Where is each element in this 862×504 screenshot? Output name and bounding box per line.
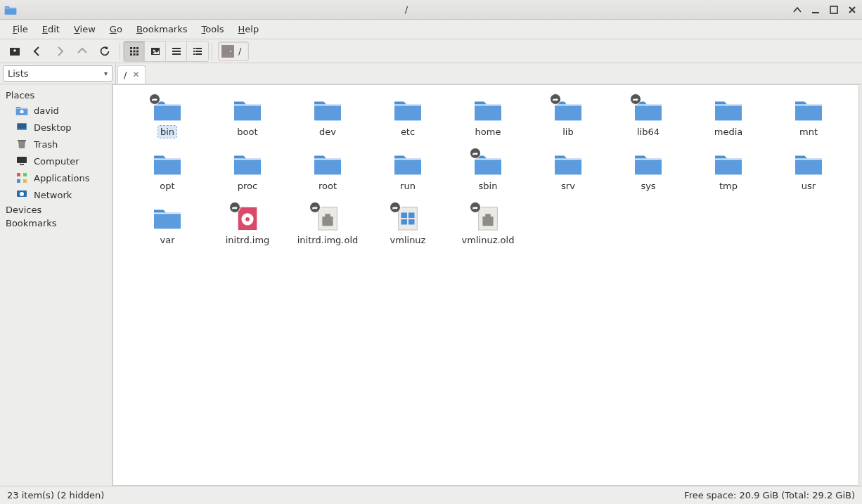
menu-view[interactable]: View	[68, 21, 101, 37]
svg-rect-32	[193, 48, 195, 49]
file-item-run[interactable]: run	[368, 148, 448, 195]
svg-rect-21	[130, 50, 132, 52]
trash-icon	[15, 138, 28, 150]
status-item-count: 23 item(s) (2 hidden)	[7, 490, 104, 500]
file-item-var[interactable]: var	[127, 202, 207, 249]
file-label: sys	[638, 180, 657, 192]
svg-rect-30	[172, 51, 181, 52]
maximize-button[interactable]	[828, 4, 840, 15]
titlebar: /	[0, 0, 862, 20]
folder-icon	[152, 150, 183, 177]
reload-button[interactable]	[94, 41, 115, 61]
symlink-badge-icon: ➦	[390, 202, 401, 213]
svg-rect-46	[23, 173, 27, 176]
svg-rect-34	[193, 51, 195, 52]
folder-icon	[152, 205, 183, 231]
new-tab-button[interactable]	[4, 41, 25, 61]
file-item-media[interactable]: media	[688, 93, 768, 141]
svg-rect-45	[17, 173, 20, 176]
folder-icon	[392, 96, 423, 123]
menu-file[interactable]: File	[7, 21, 34, 37]
file-label: initrd.img	[224, 234, 272, 246]
file-item-mnt[interactable]: mnt	[768, 93, 849, 141]
symlink-badge-icon: ➦	[470, 148, 481, 159]
file-item-root[interactable]: root	[288, 148, 368, 195]
path-segment-root[interactable]: /	[218, 41, 249, 61]
sidebar-item-network[interactable]: Network	[3, 186, 109, 203]
status-free-space: Free space: 20.9 GiB (Total: 29.2 GiB)	[684, 490, 855, 500]
folder-icon	[553, 150, 584, 177]
file-item-lib64[interactable]: ➦lib64	[608, 93, 688, 141]
icon-view-button[interactable]	[124, 41, 145, 61]
svg-rect-23	[136, 50, 139, 52]
sidebar-mode-select[interactable]: Lists ▾	[3, 65, 112, 82]
menu-tools[interactable]: Tools	[196, 21, 230, 37]
file-label: etc	[399, 126, 417, 138]
file-label: boot	[235, 126, 259, 138]
tab-close-icon[interactable]: ✕	[132, 70, 139, 79]
file-item-proc[interactable]: proc	[207, 148, 288, 195]
file-item-srv[interactable]: srv	[528, 148, 608, 195]
file-view[interactable]: ➦binbootdevetchome➦lib➦lib64mediamntoptp…	[112, 84, 859, 486]
file-item-tmp[interactable]: tmp	[688, 148, 768, 195]
svg-rect-37	[195, 53, 202, 55]
tab-label: /	[124, 70, 127, 80]
sidebar-item-trash[interactable]: Trash	[3, 136, 109, 153]
file-item-opt[interactable]: opt	[127, 148, 207, 195]
sidebar-item-computer[interactable]: Computer	[3, 153, 109, 169]
file-label: srv	[559, 180, 577, 192]
sidebar-item-label: Computer	[34, 156, 79, 167]
up-button[interactable]	[72, 41, 93, 61]
file-item-bin[interactable]: ➦bin	[127, 93, 207, 141]
file-item-vmlinuz[interactable]: ➦vmlinuz	[368, 202, 448, 249]
rollup-button[interactable]	[792, 4, 803, 15]
menu-edit[interactable]: Edit	[37, 21, 65, 37]
file-item-home[interactable]: home	[448, 93, 528, 141]
bookmarks-header: Bookmarks	[3, 217, 109, 230]
sidebar-item-label: david	[34, 105, 59, 116]
compact-view-button[interactable]	[166, 41, 187, 61]
forward-button[interactable]	[49, 41, 70, 61]
file-label: tmp	[717, 180, 740, 192]
file-item-dev[interactable]: dev	[288, 93, 368, 141]
file-icon: ➦	[472, 205, 503, 231]
svg-rect-48	[23, 179, 27, 183]
network-icon	[15, 188, 28, 201]
detailed-view-button[interactable]	[187, 41, 208, 61]
folder-icon	[312, 96, 343, 123]
sidebar-item-applications[interactable]: Applications	[3, 169, 109, 186]
menu-bookmarks[interactable]: Bookmarks	[131, 21, 193, 37]
svg-rect-35	[195, 51, 202, 52]
file-item-usr[interactable]: usr	[768, 148, 849, 195]
thumbnail-view-button[interactable]	[145, 41, 166, 61]
file-item-sys[interactable]: sys	[608, 148, 688, 195]
sidebar-item-david[interactable]: david	[3, 102, 109, 119]
svg-rect-41	[18, 124, 26, 129]
tab-root[interactable]: / ✕	[117, 65, 146, 84]
close-button[interactable]	[847, 4, 858, 15]
file-item-sbin[interactable]: ➦sbin	[448, 148, 528, 195]
file-label: mnt	[797, 126, 820, 138]
tab-row: Lists ▾ / ✕	[0, 63, 862, 84]
chevron-down-icon: ▾	[104, 70, 108, 77]
file-label: run	[398, 180, 418, 192]
symlink-badge-icon: ➦	[229, 202, 240, 213]
file-item-boot[interactable]: boot	[207, 93, 288, 141]
svg-rect-33	[195, 48, 202, 49]
menu-go[interactable]: Go	[104, 21, 128, 37]
minimize-button[interactable]	[810, 4, 821, 15]
back-button[interactable]	[27, 41, 48, 61]
file-item-initrd-img-old[interactable]: ➦initrd.img.old	[288, 202, 368, 249]
file-label: proc	[236, 180, 259, 192]
svg-rect-43	[17, 157, 27, 163]
disk-image-icon: ➦	[232, 205, 263, 231]
file-item-vmlinuz-old[interactable]: ➦vmlinuz.old	[448, 202, 528, 249]
svg-rect-26	[136, 53, 139, 56]
folder-app-icon	[4, 4, 17, 16]
file-item-lib[interactable]: ➦lib	[528, 93, 608, 141]
svg-rect-13	[812, 12, 819, 13]
sidebar-item-desktop[interactable]: Desktop	[3, 119, 109, 136]
file-item-initrd-img[interactable]: ➦initrd.img	[207, 202, 288, 249]
menu-help[interactable]: Help	[233, 21, 265, 37]
file-item-etc[interactable]: etc	[368, 93, 448, 141]
